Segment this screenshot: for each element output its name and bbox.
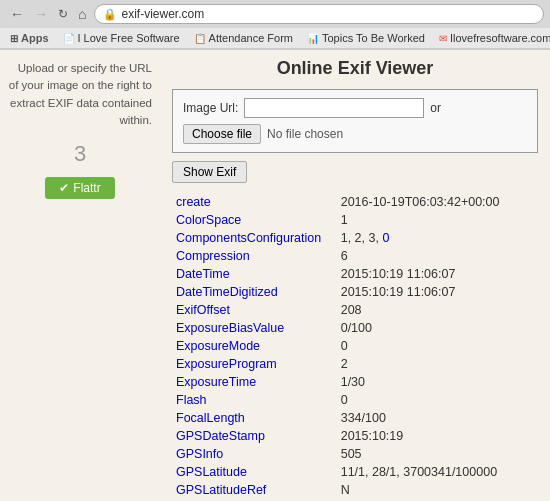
exif-value: 2016-10-19T06:03:42+00:00 [337,193,538,211]
exif-value: 0 [337,391,538,409]
attendance-label: Attendance Form [209,32,293,44]
exif-key: FocalLength [172,409,337,427]
table-row: ExposureProgram2 [172,355,538,373]
ilovefree2-label: Ilovefresoftware.com [450,32,550,44]
exif-key: ComponentsConfiguration [172,229,337,247]
table-row: create2016-10-19T06:03:42+00:00 [172,193,538,211]
exif-key: create [172,193,337,211]
image-url-label: Image Url: [183,101,238,115]
flattr-button[interactable]: ✔ Flattr [45,177,115,199]
exif-key: ExposureProgram [172,355,337,373]
attendance-icon: 📋 [194,33,206,44]
exif-value: 0/100 [337,319,538,337]
table-row: DateTime2015:10:19 11:06:07 [172,265,538,283]
ilovefree2-icon: ✉ [439,33,447,44]
exif-key: ExposureTime [172,373,337,391]
exif-value: 505 [337,445,538,463]
exif-key: ExposureBiasValue [172,319,337,337]
topics-label: Topics To Be Worked [322,32,425,44]
nav-buttons: ← → ↻ ⌂ [6,4,90,24]
lock-icon: 🔒 [103,8,117,21]
table-row: DateTimeDigitized2015:10:19 11:06:07 [172,283,538,301]
table-row: ExposureMode0 [172,337,538,355]
apps-label: Apps [21,32,49,44]
bookmark-ilovefree[interactable]: 📄 I Love Free Software [57,30,186,46]
sidebar-description: Upload or specify the URL of your image … [8,60,152,129]
counter: 3 [8,141,152,167]
table-row: ColorSpace1 [172,211,538,229]
exif-value: N [337,481,538,499]
main-content: Online Exif Viewer Image Url: or Choose … [160,50,550,493]
table-row: GPSLatitudeRefN [172,481,538,499]
exif-value: 2015:10:19 [337,427,538,445]
exif-key: DateTimeDigitized [172,283,337,301]
no-file-text: No file chosen [267,127,343,141]
table-row: FocalLength334/100 [172,409,538,427]
exif-key: GPSDateStamp [172,427,337,445]
exif-table: create2016-10-19T06:03:42+00:00ColorSpac… [172,193,538,501]
exif-value: 2015:10:19 11:06:07 [337,283,538,301]
exif-value: 1/30 [337,373,538,391]
bookmark-topics[interactable]: 📊 Topics To Be Worked [301,30,431,46]
form-area: Image Url: or Choose file No file chosen [172,89,538,153]
sidebar: Upload or specify the URL of your image … [0,50,160,493]
url-row: Image Url: or [183,98,527,118]
bookmark-attendance[interactable]: 📋 Attendance Form [188,30,299,46]
home-button[interactable]: ⌂ [74,4,90,24]
exif-value: 208 [337,301,538,319]
show-exif-button[interactable]: Show Exif [172,161,247,183]
address-text: exif-viewer.com [121,7,204,21]
exif-key: ColorSpace [172,211,337,229]
exif-value: 2015:10:19 11:06:07 [337,265,538,283]
exif-value: 0 [337,337,538,355]
flattr-icon: ✔ [59,181,69,195]
table-row: Compression6 [172,247,538,265]
table-row: GPSLatitude11/1, 28/1, 3700341/100000 [172,463,538,481]
file-row: Choose file No file chosen [183,124,527,144]
address-bar[interactable]: 🔒 exif-viewer.com [94,4,544,24]
table-row: Flash0 [172,391,538,409]
exif-value: 334/100 [337,409,538,427]
exif-key: GPSLatitudeRef [172,481,337,499]
table-row: GPSInfo505 [172,445,538,463]
bookmarks-bar: ⊞ Apps 📄 I Love Free Software 📋 Attendan… [0,28,550,49]
browser-toolbar: ← → ↻ ⌂ 🔒 exif-viewer.com [0,0,550,28]
browser-chrome: ← → ↻ ⌂ 🔒 exif-viewer.com ⊞ Apps 📄 I Lov… [0,0,550,50]
exif-value: 1 [337,211,538,229]
table-row: ExposureTime1/30 [172,373,538,391]
exif-key: Flash [172,391,337,409]
reload-button[interactable]: ↻ [54,4,72,24]
topics-icon: 📊 [307,33,319,44]
ilovefree-label: I Love Free Software [78,32,180,44]
ilovefree-icon: 📄 [63,33,75,44]
exif-value: 1, 2, 3, 0 [337,229,538,247]
bookmark-ilovefree2[interactable]: ✉ Ilovefresoftware.com [433,30,550,46]
exif-value: 6 [337,247,538,265]
exif-key: Compression [172,247,337,265]
page-title: Online Exif Viewer [172,58,538,79]
exif-key: GPSLatitude [172,463,337,481]
flattr-label: Flattr [73,181,100,195]
exif-key: GPSInfo [172,445,337,463]
exif-key: DateTime [172,265,337,283]
blue-value: 0 [382,231,389,245]
exif-value: 11/1, 28/1, 3700341/100000 [337,463,538,481]
exif-value: 2 [337,355,538,373]
table-row: ExifOffset208 [172,301,538,319]
table-row: GPSDateStamp2015:10:19 [172,427,538,445]
forward-button[interactable]: → [30,4,52,24]
choose-file-button[interactable]: Choose file [183,124,261,144]
back-button[interactable]: ← [6,4,28,24]
page-content: Upload or specify the URL of your image … [0,50,550,493]
bookmark-apps[interactable]: ⊞ Apps [4,30,55,46]
apps-icon: ⊞ [10,33,18,44]
exif-key: ExifOffset [172,301,337,319]
exif-key: ExposureMode [172,337,337,355]
image-url-input[interactable] [244,98,424,118]
table-row: ExposureBiasValue0/100 [172,319,538,337]
or-text: or [430,101,441,115]
table-row: ComponentsConfiguration1, 2, 3, 0 [172,229,538,247]
